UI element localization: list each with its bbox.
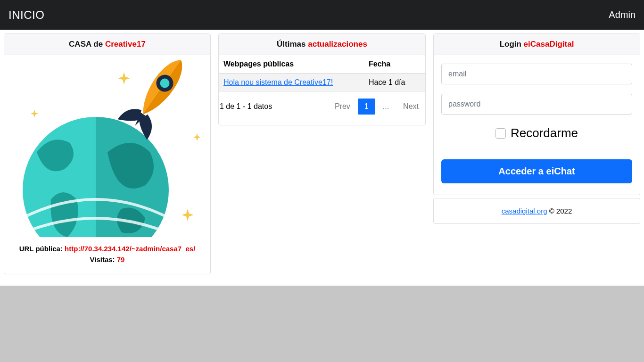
updates-table: Webpages públicas Fecha Hola nou sistema… bbox=[219, 55, 425, 92]
table-row: Hola nou sistema de Creative17! Hace 1 d… bbox=[219, 74, 425, 92]
pager-next[interactable]: Next bbox=[396, 99, 425, 115]
remember-checkbox[interactable] bbox=[495, 128, 506, 139]
update-link[interactable]: Hola nou sistema de Creative17! bbox=[223, 78, 333, 86]
col-date: Fecha bbox=[364, 55, 425, 74]
svg-marker-0 bbox=[118, 72, 130, 84]
password-field[interactable] bbox=[441, 94, 632, 115]
pager-page-1[interactable]: 1 bbox=[358, 99, 375, 115]
visits-label: Visitas: bbox=[90, 255, 117, 263]
brand-title[interactable]: INICIO bbox=[8, 8, 44, 22]
public-url-value: http://70.34.234.142/~zadmin/casa7_es/ bbox=[65, 245, 195, 253]
login-title-prefix: Login bbox=[500, 40, 524, 49]
casa-title-prefix: CASA de bbox=[69, 40, 105, 49]
updates-title-accent: actualizaciones bbox=[308, 40, 367, 49]
update-date: Hace 1 día bbox=[364, 74, 425, 92]
footer-card: casadigital.org © 2022 bbox=[433, 198, 640, 224]
pager-ellipsis: ... bbox=[376, 99, 396, 115]
visits-line: Visitas: 79 bbox=[8, 255, 206, 263]
hero-image bbox=[4, 55, 210, 238]
top-navbar: INICIO Admin bbox=[0, 0, 644, 30]
pager: Prev 1 ... Next bbox=[328, 99, 425, 115]
casa-card-header: CASA de Creative17 bbox=[4, 34, 210, 55]
public-url-line: URL pública: http://70.34.234.142/~zadmi… bbox=[8, 245, 206, 253]
casa-title-accent: Creative17 bbox=[105, 40, 146, 49]
casa-card: CASA de Creative17 bbox=[4, 33, 211, 274]
email-field[interactable] bbox=[441, 64, 632, 84]
public-url-label: URL pública: bbox=[19, 245, 65, 253]
login-title-accent: eiCasaDigital bbox=[524, 40, 574, 49]
login-card: Login eiCasaDigital Recordarme Acceder a… bbox=[433, 33, 640, 195]
footer-link[interactable]: casadigital.org bbox=[502, 207, 547, 215]
svg-marker-3 bbox=[193, 133, 201, 141]
svg-marker-2 bbox=[31, 110, 38, 117]
updates-card: Últimas actualizaciones Webpages pública… bbox=[218, 33, 426, 125]
footer-rest: © 2022 bbox=[547, 207, 572, 215]
pager-summary: 1 de 1 - 1 datos bbox=[219, 102, 272, 111]
updates-title-prefix: Últimas bbox=[277, 40, 308, 49]
col-webpages: Webpages públicas bbox=[219, 55, 364, 74]
pager-prev[interactable]: Prev bbox=[328, 99, 357, 115]
admin-link[interactable]: Admin bbox=[609, 9, 636, 20]
visits-value: 79 bbox=[117, 255, 125, 263]
login-card-header: Login eiCasaDigital bbox=[434, 34, 640, 55]
login-submit-button[interactable]: Acceder a eiChat bbox=[441, 159, 632, 183]
updates-card-header: Últimas actualizaciones bbox=[219, 34, 425, 55]
svg-marker-1 bbox=[182, 209, 194, 221]
remember-label[interactable]: Recordarme bbox=[511, 126, 578, 140]
